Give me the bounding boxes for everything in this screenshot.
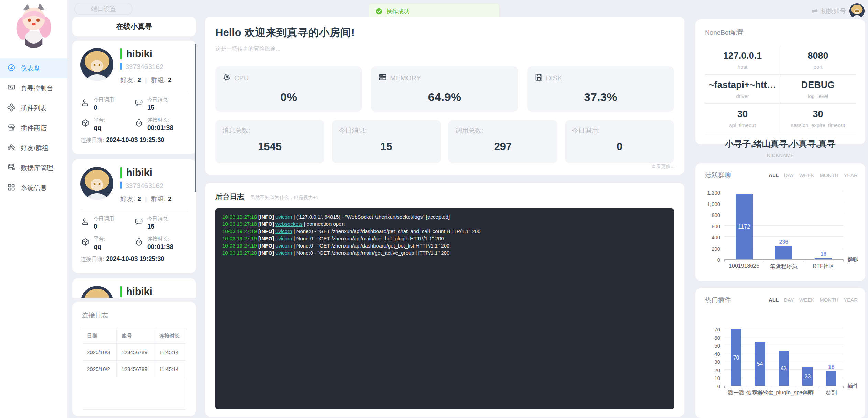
today-messages-card: 今日消息: 15 <box>332 120 441 163</box>
sidebar-item-3[interactable]: 插件商店 <box>0 118 67 138</box>
bot-card-1[interactable]: hibiki3373463162好友:2|群组:2今日调用:0今日消息:15平台… <box>72 160 196 273</box>
chart-tab-all[interactable]: ALL <box>769 297 779 303</box>
y-axis-tick: 600 <box>712 223 720 229</box>
id-indicator-bar <box>120 63 122 70</box>
log-line-1: 10-03 19:27:18 [INFO] websockets | conne… <box>222 220 667 228</box>
chart-range-tabs: ALLDAYWEEKMONTHYEAR <box>769 297 858 303</box>
user-avatar[interactable] <box>849 3 865 19</box>
log-line-3: 10-03 19:27:19 [INFO] uvicorn | None:0 -… <box>222 235 667 242</box>
platform-icon <box>80 117 90 129</box>
sidebar-item-1[interactable]: 真寻控制台 <box>0 78 67 98</box>
config-api-timeout: 30 api_timeout <box>705 104 780 133</box>
message-icon <box>134 216 144 228</box>
chart-tab-day[interactable]: DAY <box>784 297 794 303</box>
today-messages-label: 今日消息: <box>339 126 434 135</box>
bot-id: 3373463162 <box>125 182 163 190</box>
bot-avatar <box>80 48 113 81</box>
sidebar-item-5[interactable]: 数据库管理 <box>0 158 67 178</box>
view-more-link[interactable]: 查看更多... <box>651 164 675 170</box>
log-line-5: 10-03 19:27:20 [INFO] uvicorn | None:0 -… <box>222 249 667 256</box>
bot-connect-date: 连接日期:2024-10-03 19:25:30 <box>80 136 188 144</box>
x-axis-label: 签到 <box>826 389 837 397</box>
chart-range-tabs: ALLDAYWEEKMONTHYEAR <box>769 172 858 178</box>
bar-value-label: 16 <box>820 251 826 257</box>
sidebar-item-6[interactable]: 系统信息 <box>0 178 67 198</box>
col-header-duration: 连接时长 <box>154 328 186 344</box>
switch-account-button[interactable]: ⇌ 切换账号 <box>812 3 865 19</box>
logger-link[interactable]: uvicorn <box>275 214 292 220</box>
bot-counts: 好友:2|群组:2 <box>120 76 172 85</box>
online-indicator-bar <box>120 286 122 297</box>
chart-tab-year[interactable]: YEAR <box>844 297 858 303</box>
bar-value-label: 236 <box>779 239 789 245</box>
bar-value-label: 70 <box>733 355 739 361</box>
port-settings-button[interactable]: 端口设置 <box>74 3 133 15</box>
sidebar-item-4[interactable]: 好友/群组 <box>0 138 67 158</box>
connect-log-row-1: 2025/10/212345678911:45:14 <box>82 361 186 377</box>
today-calls-card: 今日调用: 0 <box>565 120 674 163</box>
sidebar-item-0[interactable]: 仪表盘 <box>0 58 67 78</box>
total-calls-value: 297 <box>455 141 551 153</box>
y-axis-tick: 1,200 <box>707 190 720 196</box>
chart-tab-year[interactable]: YEAR <box>844 172 858 178</box>
logger-link[interactable]: uvicorn <box>275 250 292 256</box>
config-host: 127.0.0.1 host <box>705 45 780 75</box>
backend-log-title: 后台日志 <box>215 192 244 201</box>
x-axis-label: 色图 <box>802 389 813 397</box>
logger-link[interactable]: uvicorn <box>275 228 292 234</box>
bot-card-2[interactable]: hibiki3373463162好友:2|群组:2今日调用:0今日消息:15平台… <box>72 278 196 298</box>
logger-link[interactable]: websockets <box>275 221 302 227</box>
y-axis-tick: 1,000 <box>707 201 720 207</box>
log-terminal[interactable]: 10-03 19:27:18 [INFO] uvicorn | ('127.0.… <box>215 208 674 409</box>
bar-value-label: 54 <box>757 361 763 367</box>
connect-log-card: 连接日志 日期 账号 连接时长 2025/10/312345678911:45:… <box>72 302 196 416</box>
bot-id: 3373463162 <box>125 63 163 71</box>
chart-tab-month[interactable]: MONTH <box>820 172 838 178</box>
col-header-account: 账号 <box>117 328 154 344</box>
memory-card: MEMORY 64.9% <box>371 66 518 112</box>
log-line-4: 10-03 19:27:19 [INFO] uvicorn | None:0 -… <box>222 242 667 249</box>
y-axis-tick: 60 <box>714 334 720 340</box>
bar-value-label: 23 <box>804 374 811 380</box>
sidebar-item-label: 插件列表 <box>21 104 47 113</box>
chart-tab-all[interactable]: ALL <box>769 172 779 178</box>
sidebar-item-2[interactable]: 插件列表 <box>0 98 67 118</box>
bot-list[interactable]: hibiki3373463162好友:2|群组:2今日调用:0今日消息:15平台… <box>72 41 196 298</box>
x-axis-label: 1001918625 <box>729 263 759 269</box>
bar-value-label: 1172 <box>738 224 750 230</box>
sidebar-item-label: 仪表盘 <box>21 64 40 73</box>
backend-log-subtitle: 虽然不知道为什么，但是视力+1 <box>250 195 318 201</box>
bot-name: hibiki <box>126 167 152 178</box>
bot-card-0[interactable]: hibiki3373463162好友:2|群组:2今日调用:0今日消息:15平台… <box>72 41 196 154</box>
connect-log-row-0: 2025/10/312345678911:45:14 <box>82 344 186 361</box>
sidebar-item-label: 好友/群组 <box>21 144 48 153</box>
bot-stat-2: 平台:qq <box>80 117 134 132</box>
toast-message: 操作成功 <box>386 8 410 15</box>
gauge-icon <box>7 63 16 74</box>
memory-value: 64.9% <box>378 90 511 104</box>
memory-label: MEMORY <box>390 74 421 82</box>
config-session-expire: 30 session_expire_timeout <box>780 104 856 133</box>
config-driver: ~fastapi+~htt… driver <box>705 75 780 104</box>
y-axis-tick: 20 <box>714 367 720 373</box>
plugins-icon <box>7 103 16 114</box>
chart-tab-month[interactable]: MONTH <box>820 297 838 303</box>
chart-title: 热门插件 <box>705 296 731 305</box>
chart-tab-week[interactable]: WEEK <box>799 297 814 303</box>
bot-list-scrollbar[interactable] <box>195 44 196 192</box>
today-calls-value: 0 <box>572 141 667 153</box>
bot-stat-0: 今日调用:0 <box>80 216 134 230</box>
chart-tab-week[interactable]: WEEK <box>799 172 814 178</box>
logger-link[interactable]: uvicorn <box>275 235 292 241</box>
online-indicator-bar <box>120 48 122 59</box>
message-stats-row: 消息总数: 1545 今日消息: 15 调用总数: 297 今日调用: 0 <box>215 120 674 163</box>
bot-stat-3: 连接时长:00:01:38 <box>134 117 188 132</box>
bar-plot: 01020304050607070戳一戳54俄罗斯轮盘43nonebot_plu… <box>724 329 843 386</box>
chart-tab-day[interactable]: DAY <box>784 172 794 178</box>
timer-icon <box>134 117 144 129</box>
disk-label: DISK <box>546 74 562 82</box>
total-calls-label: 调用总数: <box>455 126 551 135</box>
system-metrics-row: CPU 0% MEMORY 64.9% DISK 37.3% <box>215 66 674 112</box>
logger-link[interactable]: uvicorn <box>275 243 292 249</box>
cpu-icon <box>222 73 231 84</box>
